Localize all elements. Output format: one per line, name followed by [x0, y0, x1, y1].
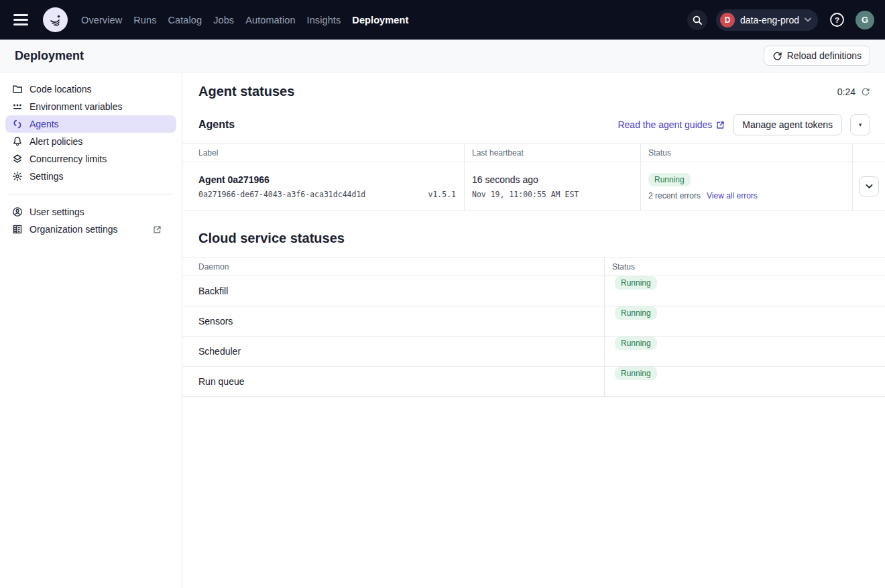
help-icon[interactable]: ? — [827, 10, 847, 30]
sidebar-item-label: Organization settings — [30, 224, 118, 235]
sidebar-item-organization-settings[interactable]: Organization settings — [5, 221, 176, 238]
view-all-errors-link[interactable]: View all errors — [707, 191, 758, 200]
cloud-services-table: Daemon Status Backfill Running Sensors R… — [182, 257, 885, 397]
heartbeat-absolute: Nov 19, 11:00:55 AM EST — [472, 190, 632, 199]
cloud-service-statuses-heading: Cloud service statuses — [182, 231, 885, 246]
daemon-status-cell: Running — [604, 276, 885, 306]
bell-icon — [12, 136, 23, 147]
agent-expand-cell — [852, 162, 885, 211]
nav-jobs[interactable]: Jobs — [213, 15, 234, 25]
search-icon[interactable] — [687, 10, 707, 30]
sidebar-item-environment-variables[interactable]: Environment variables — [5, 98, 176, 115]
daemon-status-cell: Running — [604, 337, 885, 367]
agent-actions-dropdown-button[interactable]: ▾ — [850, 114, 870, 135]
folder-icon — [12, 84, 23, 95]
nav-deployment[interactable]: Deployment — [352, 15, 408, 25]
sidebar-item-label: Environment variables — [30, 101, 123, 112]
sidebar-item-label: User settings — [30, 207, 84, 217]
status-badge: Running — [615, 276, 657, 290]
sidebar-item-label: Alert policies — [30, 136, 82, 147]
user-circle-icon — [12, 207, 23, 217]
col-header-status: Status — [604, 258, 885, 276]
nav-runs[interactable]: Runs — [133, 15, 156, 25]
main-content: Agent statuses 0:24 Agents Read the agen… — [182, 72, 885, 588]
dagster-logo-icon[interactable] — [43, 7, 68, 32]
agent-swirl-icon — [12, 119, 23, 129]
building-icon — [12, 224, 23, 235]
nav-automation[interactable]: Automation — [245, 15, 295, 25]
daemon-name: Sensors — [182, 306, 604, 337]
agent-name: Agent 0a271966 — [198, 174, 456, 185]
gear-icon — [12, 171, 23, 182]
refresh-countdown: 0:24 — [837, 86, 870, 97]
daemon-status-cell: Running — [604, 367, 885, 397]
agent-label-cell: Agent 0a271966 0a271966-de67-4043-a3f6-a… — [182, 162, 464, 211]
primary-nav: Overview Runs Catalog Jobs Automation In… — [81, 15, 408, 25]
sidebar-item-alert-policies[interactable]: Alert policies — [5, 133, 176, 150]
caret-down-icon: ▾ — [859, 121, 862, 128]
deployment-initial-badge: D — [720, 13, 735, 27]
status-badge: Running — [615, 337, 657, 350]
col-header-heartbeat: Last heartbeat — [464, 144, 640, 162]
status-badge: Running — [615, 306, 657, 320]
status-badge: Running — [648, 173, 691, 186]
sidebar-item-code-locations[interactable]: Code locations — [5, 80, 176, 98]
expand-agent-row-button[interactable] — [859, 176, 879, 196]
sidebar-divider — [8, 194, 174, 194]
agent-status-cell: Running 2 recent errors View all errors — [640, 162, 852, 211]
refresh-icon[interactable] — [861, 87, 870, 97]
deployment-sidebar: Code locations Environment variables Age… — [0, 72, 182, 588]
chevron-down-icon — [866, 184, 873, 189]
page-title: Deployment — [15, 49, 84, 63]
agent-heartbeat-cell: 16 seconds ago Nov 19, 11:00:55 AM EST — [464, 162, 640, 211]
sidebar-item-label: Code locations — [30, 84, 92, 95]
agent-version: v1.5.1 — [428, 190, 456, 199]
daemon-name: Scheduler — [182, 337, 604, 367]
top-nav: Overview Runs Catalog Jobs Automation In… — [0, 0, 885, 40]
chevron-down-icon — [805, 17, 811, 22]
col-header-status: Status — [640, 144, 852, 162]
manage-agent-tokens-button[interactable]: Manage agent tokens — [733, 114, 842, 135]
agents-heading: Agents — [198, 119, 235, 131]
col-header-expand — [852, 144, 885, 162]
deployment-switcher[interactable]: D data-eng-prod — [716, 9, 818, 31]
sidebar-item-label: Settings — [30, 171, 64, 182]
sidebar-item-agents[interactable]: Agents — [5, 115, 176, 133]
section-title-agent-statuses: Agent statuses — [198, 84, 294, 99]
layers-icon — [12, 154, 23, 164]
recent-errors-count: 2 recent errors — [648, 191, 701, 200]
agent-uuid: 0a271966-de67-4043-a3f6-aca31dc44d1d — [198, 190, 365, 199]
daemon-status-cell: Running — [604, 306, 885, 337]
nav-insights[interactable]: Insights — [307, 15, 341, 25]
sidebar-item-label: Concurrency limits — [30, 154, 107, 164]
sidebar-item-settings[interactable]: Settings — [5, 168, 176, 185]
reload-definitions-button[interactable]: Reload definitions — [764, 46, 870, 66]
env-vars-icon — [12, 101, 23, 112]
nav-catalog[interactable]: Catalog — [168, 15, 202, 25]
sidebar-item-concurrency-limits[interactable]: Concurrency limits — [5, 150, 176, 168]
svg-text:?: ? — [834, 16, 839, 24]
status-badge: Running — [615, 367, 657, 380]
sidebar-item-user-settings[interactable]: User settings — [5, 203, 176, 221]
deployment-name: data-eng-prod — [740, 15, 799, 25]
agents-table: Label Last heartbeat Status Agent 0a2719… — [182, 143, 885, 211]
heartbeat-relative: 16 seconds ago — [472, 174, 632, 185]
reload-icon — [772, 51, 782, 61]
menu-icon[interactable] — [13, 11, 32, 30]
daemon-name: Backfill — [182, 276, 604, 306]
nav-overview[interactable]: Overview — [81, 15, 122, 25]
page-header: Deployment Reload definitions — [0, 40, 885, 72]
agent-guides-link[interactable]: Read the agent guides — [617, 119, 725, 130]
countdown-value: 0:24 — [837, 86, 856, 97]
col-header-label: Label — [182, 144, 464, 162]
sidebar-item-label: Agents — [30, 119, 59, 129]
col-header-daemon: Daemon — [182, 258, 604, 276]
user-avatar[interactable]: G — [856, 11, 874, 30]
external-link-icon — [716, 121, 725, 129]
daemon-name: Run queue — [182, 367, 604, 397]
external-link-icon — [153, 225, 162, 234]
